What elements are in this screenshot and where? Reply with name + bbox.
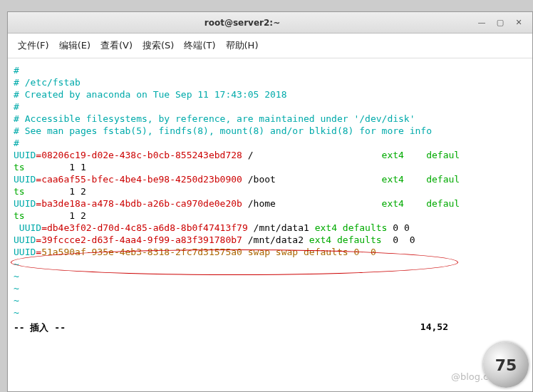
vim-cursor-pos: 14,52 xyxy=(420,321,448,334)
terminal-line: ts 1 2 xyxy=(14,210,528,222)
vim-statusline: -- 插入 -- 14,52 xyxy=(8,321,532,337)
menu-search[interactable]: 搜索(S) xyxy=(140,38,177,53)
terminal-line: # /etc/fstab xyxy=(14,76,528,88)
terminal-line: UUID=08206c19-d02e-438c-b0cb-855243ebd72… xyxy=(14,149,528,161)
terminal-line: UUID=db4e3f02-d70d-4c85-a6d8-8b0f47413f7… xyxy=(14,222,528,234)
terminal-line: # Created by anaconda on Tue Sep 11 17:4… xyxy=(14,88,528,100)
terminal-content[interactable]: ## /etc/fstab# Created by anaconda on Tu… xyxy=(8,58,532,321)
menu-terminal[interactable]: 终端(T) xyxy=(181,38,218,53)
terminal-line: ts 1 1 xyxy=(14,161,528,173)
terminal-line: ~ xyxy=(14,306,528,319)
titlebar: root@server2:~ — ▢ ✕ xyxy=(8,12,532,33)
terminal-line: # xyxy=(14,137,528,149)
menu-edit[interactable]: 编辑(E) xyxy=(56,38,93,53)
maximize-button[interactable]: ▢ xyxy=(492,17,508,29)
menu-view[interactable]: 查看(V) xyxy=(98,38,135,53)
terminal-line: UUID=caa6af55-bfec-4be4-be98-4250d23b090… xyxy=(14,173,528,185)
close-button[interactable]: ✕ xyxy=(511,17,527,29)
minimize-button[interactable]: — xyxy=(474,17,490,29)
terminal-line: UUID=51a590af-935e-4eb3-8318-2fc7d31575a… xyxy=(14,246,528,258)
zoom-indicator: 75 xyxy=(483,342,529,388)
terminal-line: ~ xyxy=(14,294,528,306)
vim-mode: -- 插入 -- xyxy=(14,321,66,334)
terminal-window: root@server2:~ — ▢ ✕ 文件(F) 编辑(E) 查看(V) 搜… xyxy=(7,11,533,392)
terminal-line: # Accessible filesystems, by reference, … xyxy=(14,113,528,125)
menu-file[interactable]: 文件(F) xyxy=(15,38,52,53)
terminal-line: # xyxy=(14,64,528,76)
menu-help[interactable]: 帮助(H) xyxy=(223,38,262,53)
terminal-line: ~ xyxy=(14,282,528,294)
menubar: 文件(F) 编辑(E) 查看(V) 搜索(S) 终端(T) 帮助(H) xyxy=(8,33,532,58)
terminal-line: UUID=39fccce2-d63f-4aa4-9f99-a83f391780b… xyxy=(14,234,528,246)
terminal-line: ~ xyxy=(14,270,528,282)
terminal-line: # xyxy=(14,100,528,113)
terminal-line: UUID=ba3de18a-a478-4bdb-a26b-ca970de0e20… xyxy=(14,197,528,210)
terminal-line: # See man pages fstab(5), findfs(8), mou… xyxy=(14,125,528,137)
terminal-line: ts 1 2 xyxy=(14,185,528,197)
terminal-line: ~ xyxy=(14,258,528,270)
window-title: root@server2:~ xyxy=(14,18,471,28)
